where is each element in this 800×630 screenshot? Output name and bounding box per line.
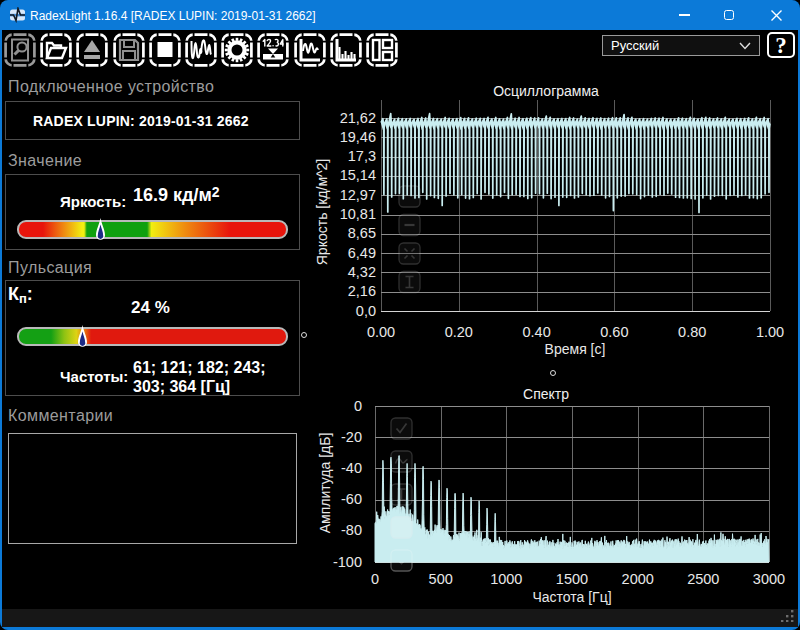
svg-text:2000: 2000 xyxy=(622,571,654,587)
svg-text:1500: 1500 xyxy=(556,571,588,587)
svg-text:-60: -60 xyxy=(341,491,362,507)
svg-text:-80: -80 xyxy=(341,522,362,538)
svg-text:500: 500 xyxy=(429,571,453,587)
svg-text:0.80: 0.80 xyxy=(678,324,706,340)
svg-text:0: 0 xyxy=(354,398,362,414)
svg-text:3000: 3000 xyxy=(753,571,785,587)
svg-text:21,62: 21,62 xyxy=(340,110,376,126)
svg-text:0.20: 0.20 xyxy=(445,324,473,340)
svg-text:2,16: 2,16 xyxy=(348,283,376,299)
svg-text:-20: -20 xyxy=(341,429,362,445)
svg-text:0: 0 xyxy=(371,571,379,587)
svg-text:Амплитуда [дБ]: Амплитуда [дБ] xyxy=(317,433,333,534)
svg-text:Частота [Гц]: Частота [Гц] xyxy=(532,589,611,605)
svg-text:0.60: 0.60 xyxy=(600,324,628,340)
svg-text:-40: -40 xyxy=(341,460,362,476)
svg-text:15,14: 15,14 xyxy=(340,167,376,183)
svg-text:Время [с]: Время [с] xyxy=(545,341,606,357)
svg-text:Спектр: Спектр xyxy=(523,386,569,402)
svg-text:1000: 1000 xyxy=(490,571,522,587)
svg-text:0,0: 0,0 xyxy=(356,303,376,319)
svg-text:2500: 2500 xyxy=(687,571,719,587)
svg-text:0.40: 0.40 xyxy=(522,324,550,340)
svg-text:-100: -100 xyxy=(333,554,362,570)
svg-text:4,32: 4,32 xyxy=(348,264,376,280)
svg-text:Яркость [кд/м^2]: Яркость [кд/м^2] xyxy=(314,159,330,266)
svg-text:19,46: 19,46 xyxy=(340,129,376,145)
svg-text:6,49: 6,49 xyxy=(348,245,376,261)
svg-text:8,65: 8,65 xyxy=(348,225,376,241)
svg-text:12,97: 12,97 xyxy=(340,187,376,203)
svg-text:17,3: 17,3 xyxy=(348,148,376,164)
svg-text:1.00: 1.00 xyxy=(756,324,784,340)
svg-text:0.00: 0.00 xyxy=(367,324,395,340)
svg-text:Осциллограмма: Осциллограмма xyxy=(493,83,599,99)
svg-text:10,81: 10,81 xyxy=(340,206,376,222)
